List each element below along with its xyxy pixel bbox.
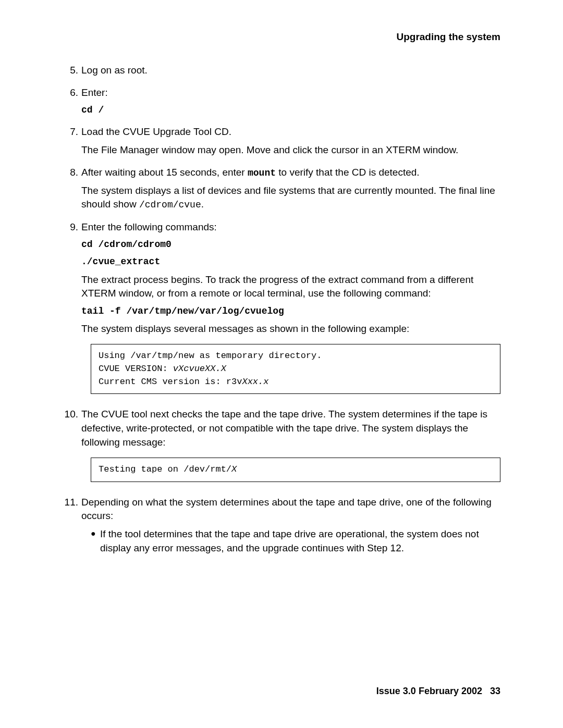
step-11: 11. Depending on what the system determi… <box>63 496 500 555</box>
step-body: Depending on what the system determines … <box>81 496 500 555</box>
step-note: The File Manager window may open. Move a… <box>81 143 500 157</box>
output-variable: X <box>231 464 237 474</box>
step-number: 9. <box>63 220 78 404</box>
step-text: The CVUE tool next checks the tape and t… <box>81 408 500 449</box>
command: cd /cdrom/cdrom0 <box>81 238 500 251</box>
step-body: After waiting about 15 seconds, enter mo… <box>81 166 500 216</box>
output-text: Testing tape on /dev/rmt/ <box>99 464 231 474</box>
example-output-box: Using /var/tmp/new as temporary director… <box>91 344 500 394</box>
output-line: Using /var/tmp/new as temporary director… <box>99 350 493 363</box>
step-text: Depending on what the system determines … <box>81 496 500 523</box>
inline-command: mount <box>248 168 276 178</box>
step-5: 5. Log on as root. <box>63 64 500 82</box>
step-text: Load the CVUE Upgrade Tool CD. <box>81 125 500 139</box>
output-line: Current CMS version is: r3vXxx.x <box>99 376 493 389</box>
step-body: Enter the following commands: cd /cdrom/… <box>81 220 500 404</box>
step-number: 5. <box>63 64 78 82</box>
bullet-dot-icon: ● <box>91 527 100 555</box>
step-text: Enter the following commands: <box>81 220 500 235</box>
footer-page-number: 33 <box>490 686 500 696</box>
step-number: 11. <box>63 496 78 555</box>
page-footer: Issue 3.0 February 2002 33 <box>376 686 500 697</box>
step-body: Load the CVUE Upgrade Tool CD. The File … <box>81 125 500 161</box>
page: Upgrading the system 5. Log on as root. … <box>0 0 563 728</box>
step-6: 6. Enter: cd / <box>63 86 500 121</box>
step-body: The CVUE tool next checks the tape and t… <box>81 408 500 491</box>
page-header: Upgrading the system <box>63 31 500 43</box>
example-output-box: Testing tape on /dev/rmt/X <box>91 458 500 482</box>
step-text: Log on as root. <box>81 64 500 78</box>
text-suffix: to verify that the CD is detected. <box>276 167 420 178</box>
output-line: Testing tape on /dev/rmt/X <box>99 463 493 476</box>
step-body: Enter: cd / <box>81 86 500 121</box>
step-10: 10. The CVUE tool next checks the tape a… <box>63 408 500 491</box>
bullet-text: If the tool determines that the tape and… <box>100 527 500 555</box>
step-number: 6. <box>63 86 78 121</box>
content-body: 5. Log on as root. 6. Enter: cd / 7. Loa… <box>63 64 500 555</box>
command: cd / <box>81 104 500 117</box>
note-suffix: . <box>201 199 204 209</box>
inline-path: /cdrom/cvue <box>139 200 201 210</box>
output-text: Current CMS version is: r3v <box>99 377 242 387</box>
step-number: 7. <box>63 125 78 161</box>
command: ./cvue_extract <box>81 255 500 268</box>
output-text: CVUE VERSION: <box>99 364 173 374</box>
step-body: Log on as root. <box>81 64 500 82</box>
step-text: Enter: <box>81 86 500 100</box>
step-number: 10. <box>63 408 78 491</box>
step-number: 8. <box>63 166 78 216</box>
step-9: 9. Enter the following commands: cd /cdr… <box>63 220 500 404</box>
step-8: 8. After waiting about 15 seconds, enter… <box>63 166 500 216</box>
step-text: After waiting about 15 seconds, enter mo… <box>81 166 500 180</box>
text-prefix: After waiting about 15 seconds, enter <box>81 167 248 178</box>
output-variable: vXcvueXX.X <box>173 364 226 374</box>
step-7: 7. Load the CVUE Upgrade Tool CD. The Fi… <box>63 125 500 161</box>
bullet-item: ● If the tool determines that the tape a… <box>91 527 500 555</box>
command: tail -f /var/tmp/new/var/log/cvuelog <box>81 305 500 318</box>
step-note: The system displays a list of devices an… <box>81 184 500 212</box>
step-paragraph: The extract process begins. To track the… <box>81 273 500 301</box>
step-paragraph: The system displays several messages as … <box>81 322 500 336</box>
output-line: CVUE VERSION: vXcvueXX.X <box>99 363 493 376</box>
output-variable: Xxx.x <box>242 377 268 387</box>
footer-issue: Issue 3.0 February 2002 <box>376 686 482 696</box>
